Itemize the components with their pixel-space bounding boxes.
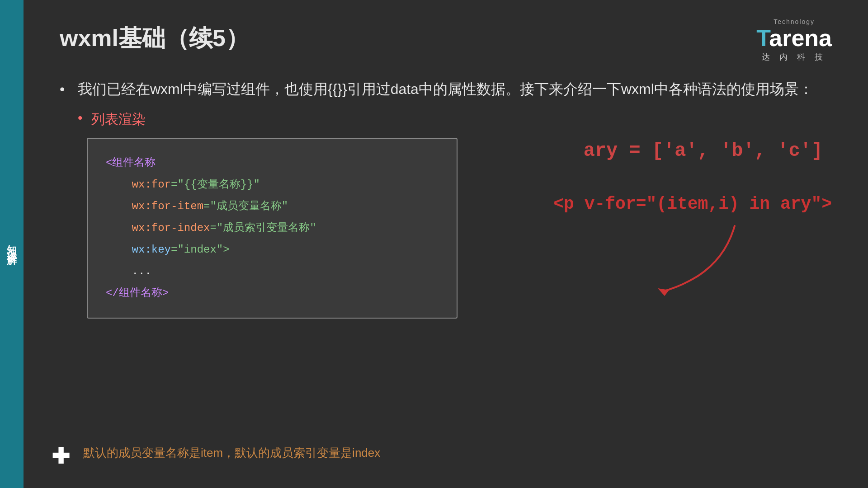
code-close-tag: </组件名称> bbox=[106, 287, 169, 299]
sidebar-label: 知识讲解 bbox=[5, 237, 19, 251]
code-attr-for-index: wx:for-index bbox=[132, 222, 210, 234]
array-display: ary = ['a', 'b', 'c'] bbox=[584, 140, 823, 162]
bullet-sub-text: 列表渲染 bbox=[60, 110, 832, 129]
bottom-note: 默认的成员变量名称是item，默认的成员索引变量是index bbox=[83, 445, 380, 461]
code-line-4: wx:for-index="成员索引变量名称" bbox=[106, 217, 439, 239]
page-title: wxml基础（续5） bbox=[60, 23, 832, 54]
code-val-key: ="index"> bbox=[171, 244, 230, 256]
code-line-1: <组件名称 bbox=[106, 152, 439, 174]
logo-rest: arena bbox=[769, 25, 832, 51]
code-line-2: wx:for="{{变量名称}}" bbox=[106, 174, 439, 196]
logo: Technology Tarena 达 内 科 技 bbox=[756, 18, 832, 62]
logo-technology: Technology bbox=[756, 18, 832, 25]
bullet-main-text: 我们已经在wxml中编写过组件，也使用{{}}引用过data中的属性数据。接下来… bbox=[60, 77, 832, 101]
code-val-for-item: ="成员变量名称" bbox=[203, 200, 288, 212]
code-attr-key: wx:key bbox=[132, 244, 171, 256]
code-dots: ... bbox=[132, 265, 151, 277]
code-attr-for: wx:for bbox=[132, 178, 171, 191]
vfor-annotation: <p v-for="(item,i) in ary"> bbox=[553, 194, 832, 214]
logo-subtitle: 达 内 科 技 bbox=[756, 52, 832, 62]
plus-shape: ✚ bbox=[52, 446, 70, 467]
main-content: Technology Tarena 达 内 科 技 wxml基础（续5） 我们已… bbox=[24, 0, 868, 488]
code-attr-for-item: wx:for-item bbox=[132, 200, 203, 212]
logo-t: T bbox=[756, 25, 769, 51]
code-val-for: ="{{变量名称}}" bbox=[171, 178, 260, 191]
code-line-6: ... bbox=[106, 261, 439, 282]
arrow-svg bbox=[644, 221, 834, 303]
code-line-7: </组件名称> bbox=[106, 282, 439, 304]
code-line-5: wx:key="index"> bbox=[106, 239, 439, 261]
code-open-tag: <组件名称 bbox=[106, 157, 156, 169]
code-block: <组件名称 wx:for="{{变量名称}}" wx:for-item="成员变… bbox=[87, 138, 458, 319]
sidebar: 知识讲解 bbox=[0, 0, 24, 488]
logo-brand: Tarena bbox=[756, 26, 832, 50]
code-val-for-index: ="成员索引变量名称" bbox=[210, 222, 316, 234]
plus-icon: ✚ bbox=[47, 443, 74, 470]
code-line-3: wx:for-item="成员变量名称" bbox=[106, 196, 439, 217]
